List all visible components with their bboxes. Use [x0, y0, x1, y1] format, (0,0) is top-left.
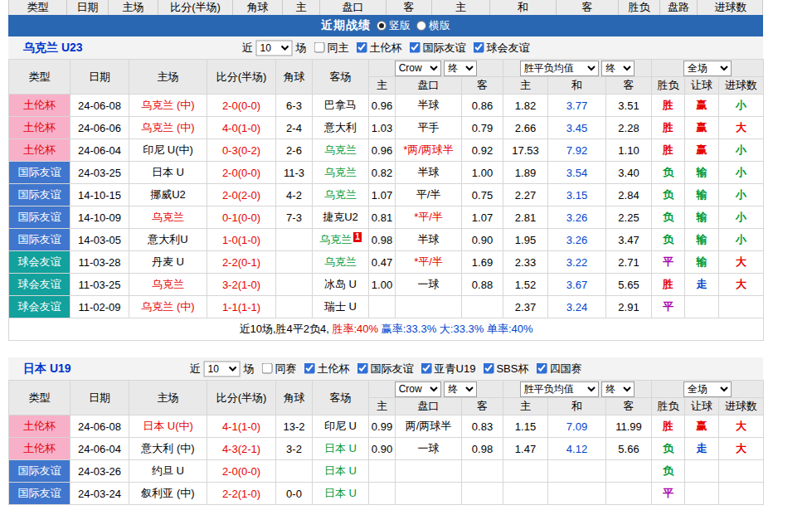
- handicap-result-cell: 赢: [685, 117, 719, 139]
- filter-checkbox-item[interactable]: 国际友谊: [410, 40, 466, 55]
- odds-state-select[interactable]: 终: [444, 61, 477, 76]
- col-header-type: 类型: [9, 381, 71, 415]
- filter-checkbox[interactable]: [357, 363, 368, 374]
- handicap-away-odds-cell: 0.83: [462, 415, 503, 438]
- result-cell: 胜: [652, 117, 685, 139]
- filter-checkbox[interactable]: [262, 363, 273, 374]
- corner-cell: 7-3: [276, 206, 313, 229]
- goals-cell: 小: [719, 95, 764, 117]
- filter-checkbox[interactable]: [357, 42, 367, 53]
- filter-checkbox[interactable]: [474, 42, 484, 53]
- layout-option-vertical[interactable]: 竖版: [377, 18, 411, 33]
- odds-state-select[interactable]: 终: [444, 381, 477, 397]
- odds-source-select[interactable]: Crow: [395, 61, 441, 76]
- wdl-state-select[interactable]: 终: [601, 61, 635, 76]
- col-header-goals: 进球数: [719, 77, 764, 95]
- vertical-radio[interactable]: [377, 21, 387, 31]
- ukraine-summary-row: 近10场,胜4平2负4, 胜率:40% 赢率:33.3% 大:33.3% 单率:…: [9, 318, 764, 341]
- lose-odds-cell: 2.71: [606, 251, 652, 274]
- filter-checkbox-item[interactable]: 国际友谊: [357, 361, 414, 376]
- ukraine-filters: 同主土伦杯国际友谊球会友谊: [307, 40, 530, 56]
- scope-select[interactable]: 全场: [683, 61, 732, 76]
- date-cell: 24-06-08: [71, 415, 129, 438]
- filter-checkbox-item[interactable]: 土伦杯: [357, 40, 402, 55]
- away-team-cell: 捷克U2: [313, 206, 369, 229]
- match-count-select[interactable]: 10: [256, 40, 293, 56]
- goals-cell: 大: [719, 274, 764, 296]
- wdl-source-select[interactable]: 胜平负均值: [520, 381, 599, 397]
- handicap-result-cell: 输: [685, 229, 719, 251]
- match-count-select[interactable]: 10: [204, 361, 241, 376]
- filter-checkbox[interactable]: [421, 363, 432, 374]
- filter-checkbox[interactable]: [304, 363, 315, 374]
- away-team-name: 捷克U2: [323, 211, 358, 223]
- col-header-odds-home: 主: [369, 77, 396, 95]
- filter-checkbox-item[interactable]: 球会友谊: [474, 40, 530, 55]
- corner-cell: 4-2: [276, 184, 313, 206]
- filter-checkbox-item[interactable]: 四国赛: [536, 361, 581, 376]
- handicap-away-odds-cell: [462, 483, 503, 505]
- away-team-cell: 乌克兰1: [313, 229, 369, 251]
- filter-checkbox[interactable]: [483, 363, 494, 374]
- competition-type-cell: 国际友谊: [9, 460, 71, 483]
- filter-checkbox[interactable]: [410, 42, 421, 53]
- layout-option-horizontal[interactable]: 横版: [416, 18, 450, 33]
- filter-checkbox[interactable]: [314, 42, 325, 53]
- column-header: 比分(半场): [158, 0, 233, 15]
- date-cell: 24-06-04: [71, 139, 129, 162]
- corner-cell: [276, 229, 313, 251]
- handicap-cell: [396, 483, 462, 505]
- handicap-away-odds-cell: 1.69: [462, 251, 503, 274]
- handicap-result-cell: 走: [685, 438, 719, 460]
- filter-checkbox-item[interactable]: 土伦杯: [304, 361, 350, 376]
- competition-type-cell: 球会友谊: [9, 251, 71, 274]
- score-cell: 2-0(0-0): [207, 162, 276, 184]
- draw-odds-cell: 3.54: [548, 162, 606, 184]
- away-team-cell: 意大利: [313, 117, 369, 139]
- summary-segment: 近10场,胜4平2负4,: [239, 323, 332, 335]
- filter-label: SBS杯: [496, 361, 528, 376]
- lose-odds-cell: 3.51: [606, 95, 652, 117]
- win-odds-cell: 1.95: [503, 229, 548, 251]
- lose-odds-cell: 3.40: [606, 162, 652, 184]
- draw-odds-cell: 3.26: [548, 229, 606, 251]
- score-cell: 0-3(0-2): [207, 139, 276, 162]
- handicap-result-cell: [685, 296, 719, 318]
- corner-cell: [276, 296, 313, 318]
- win-odds-cell: 1.15: [503, 415, 548, 438]
- lose-odds-cell: 2.91: [606, 296, 652, 318]
- handicap-result-cell: 赢: [685, 415, 719, 438]
- win-odds-cell: 1.52: [503, 274, 548, 296]
- wdl-source-select[interactable]: 胜平负均值: [520, 61, 599, 76]
- column-header: 盘口: [320, 0, 387, 15]
- match-row: 球会友谊 11-03-25 乌克兰 3-2(1-0) 冰岛 U 1.00 一球 …: [9, 274, 764, 296]
- goals-cell: 小: [719, 184, 764, 206]
- away-team-name: 乌克兰: [324, 143, 357, 156]
- col-header-date: 日期: [71, 381, 129, 415]
- wdl-source-header: 胜平负均值 终: [503, 60, 652, 77]
- result-cell: 胜: [652, 139, 685, 162]
- match-row: 土伦杯 24-06-06 乌克兰 (中) 4-0(1-0) 2-4 意大利 1.…: [9, 117, 764, 139]
- col-header-lose: 客: [606, 77, 652, 95]
- result-cell: 负: [652, 460, 685, 483]
- scope-select[interactable]: 全场: [683, 381, 732, 397]
- filter-checkbox[interactable]: [536, 363, 547, 374]
- filter-checkbox-item[interactable]: 同赛: [262, 361, 297, 376]
- column-header: 角球: [233, 0, 283, 15]
- wdl-state-select[interactable]: 终: [601, 381, 635, 397]
- match-row: 国际友谊 24-03-25 日本 U 2-0(0-0) 11-3 乌克兰 0.8…: [9, 162, 764, 184]
- handicap-away-odds-cell: 0.90: [462, 229, 503, 251]
- handicap-home-odds-cell: 0.98: [369, 229, 396, 251]
- away-team-cell: 日本 U: [313, 460, 369, 483]
- away-team-name: 日本 U: [324, 442, 357, 454]
- horizontal-radio[interactable]: [416, 21, 426, 31]
- lose-odds-cell: 5.66: [606, 438, 652, 460]
- col-header-result: 胜负: [652, 398, 685, 415]
- filter-checkbox-item[interactable]: 同主: [314, 40, 349, 55]
- date-cell: 11-02-09: [71, 296, 129, 318]
- filter-checkbox-item[interactable]: 亚青U19: [421, 361, 476, 376]
- odds-source-select[interactable]: Crow: [395, 381, 441, 397]
- filter-checkbox-item[interactable]: SBS杯: [483, 361, 528, 376]
- competition-type-cell: 国际友谊: [9, 184, 71, 206]
- result-cell: 平: [652, 251, 685, 274]
